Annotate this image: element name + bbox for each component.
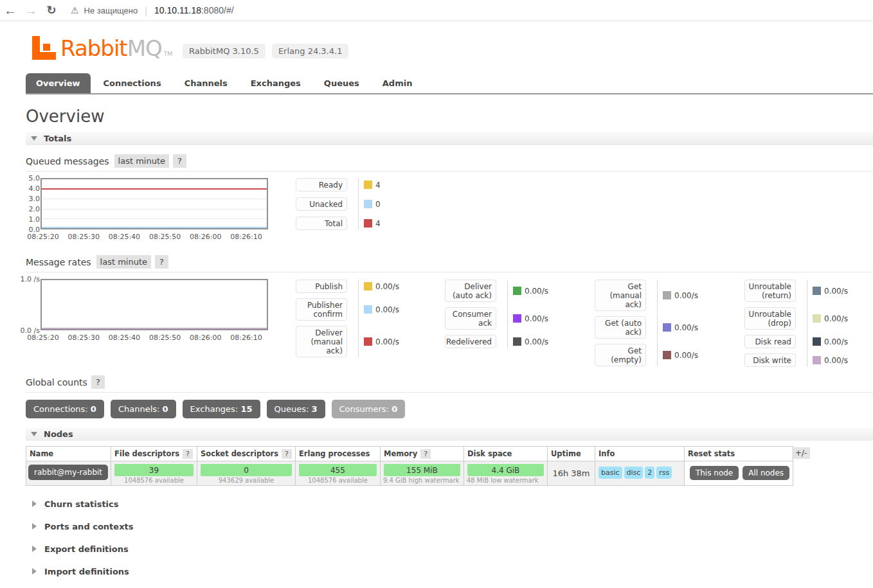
y-tick-label: 1.0 [29, 215, 40, 224]
exchanges-count-badge[interactable]: Exchanges: 15 [183, 400, 260, 418]
expand-arrow-icon [32, 501, 37, 507]
legend-label-consumer-ack[interactable]: Consumer ack [445, 307, 496, 330]
info-badge-basic[interactable]: basic [598, 467, 622, 479]
memory-bar: 155 MiB [384, 464, 460, 476]
node-name-badge[interactable]: rabbit@my-rabbit [28, 465, 108, 480]
x-tick-label: 08:25:30 [65, 334, 102, 342]
unroutable-drop-swatch-icon [813, 314, 821, 323]
get-manual-swatch-icon [663, 291, 671, 299]
rates-help-icon[interactable]: ? [155, 255, 168, 269]
publish-swatch-icon [364, 282, 372, 290]
legend-label-ready[interactable]: Ready [296, 178, 347, 192]
tab-admin[interactable]: Admin [372, 73, 423, 93]
reload-icon[interactable]: ↻ [41, 3, 62, 17]
queued-mode-selector[interactable]: last minute [114, 154, 169, 168]
section-churn-statistics[interactable]: Churn statistics [26, 497, 873, 510]
security-label: Не защищено [84, 6, 138, 15]
disk-read-swatch-icon [813, 337, 821, 346]
app-header: RabbitMQ TM RabbitMQ 3.10.5 Erlang 24.3.… [32, 21, 873, 60]
legend-label-deliver-auto[interactable]: Deliver (auto ack) [445, 280, 496, 302]
rates-legend-col4: Unroutable (return) Unroutable (drop) Di… [744, 280, 848, 367]
tab-channels[interactable]: Channels [174, 73, 238, 93]
col-reset-stats: Reset stats [684, 447, 793, 461]
info-badge-disc[interactable]: disc [624, 467, 644, 479]
col-erlang-processes: Erlang processes [295, 447, 380, 461]
reset-all-nodes-button[interactable]: All nodes [742, 466, 789, 480]
trademark-label: TM [164, 51, 172, 57]
connections-count-badge[interactable]: Connections: 0 [26, 400, 104, 418]
tab-exchanges[interactable]: Exchanges [240, 73, 311, 93]
section-totals[interactable]: Totals [26, 132, 873, 145]
x-tick-label: 08:25:50 [147, 233, 184, 241]
rates-mode-selector[interactable]: last minute [96, 255, 151, 269]
info-badge-rss[interactable]: rss [656, 467, 672, 479]
legend-label-disk-read[interactable]: Disk read [744, 335, 796, 348]
divider [26, 392, 873, 393]
disk-bar: 4.4 GiB [467, 464, 544, 476]
queues-count-badge[interactable]: Queues: 3 [267, 400, 325, 418]
expand-arrow-icon [32, 546, 37, 552]
tab-connections[interactable]: Connections [93, 73, 172, 93]
legend-label-redelivered[interactable]: Redelivered [445, 335, 496, 348]
rabbitmq-wordmark[interactable]: RabbitMQ [60, 37, 162, 60]
divider [26, 272, 873, 272]
legend-label-get-auto[interactable]: Get (auto ack) [595, 316, 646, 339]
back-icon[interactable]: ← [0, 3, 21, 18]
x-tick-label: 08:25:20 [24, 334, 62, 342]
x-tick-label: 08:26:00 [187, 334, 224, 342]
queued-help-icon[interactable]: ? [173, 154, 186, 168]
x-tick-label: 08:26:00 [187, 233, 224, 241]
rates-legend-col1: Publish Publisher confirm Deliver (manua… [296, 280, 399, 357]
publisher-confirm-swatch-icon [364, 305, 372, 314]
unroutable-return-swatch-icon [813, 287, 821, 295]
erlang-bar: 455 [299, 464, 377, 476]
legend-label-deliver-manual[interactable]: Deliver (manual ack) [296, 326, 347, 357]
legend-label-get-manual[interactable]: Get (manual ack) [595, 280, 646, 311]
rates-legend-col2: Deliver (auto ack) Consumer ack Redelive… [445, 280, 548, 348]
info-cell: basicdisc2rss [595, 461, 684, 486]
column-toggle-button[interactable]: +/- [792, 447, 810, 459]
rabbitmq-page: RabbitMQ TM RabbitMQ 3.10.5 Erlang 24.3.… [0, 21, 873, 578]
queued-messages-chartblock: 5.04.03.02.01.00.0 08:25:2008:25:3008:25… [26, 178, 873, 245]
reset-this-node-button[interactable]: This node [690, 466, 739, 480]
legend-label-total[interactable]: Total [296, 217, 347, 230]
legend-label-disk-write[interactable]: Disk write [744, 353, 796, 367]
url-host: 10.10.11.18 [154, 5, 201, 15]
tab-queues[interactable]: Queues [314, 73, 370, 93]
section-nodes[interactable]: Nodes [26, 427, 873, 441]
consumers-count-badge[interactable]: Consumers: 0 [332, 400, 406, 418]
y-tick-label: 2.0 [29, 205, 40, 213]
legend-label-publisher-confirm[interactable]: Publisher confirm [296, 298, 347, 321]
legend-value-ready: 4 [364, 178, 381, 192]
chart-series-line [42, 328, 267, 329]
warning-icon: ⚠ [71, 5, 79, 15]
site-security[interactable]: ⚠ Не защищено [71, 5, 138, 15]
collapse-arrow-icon [31, 136, 37, 141]
section-ports-contexts[interactable]: Ports and contexts [26, 520, 873, 533]
section-export-definitions[interactable]: Export definitions [26, 542, 873, 555]
memory-help-icon[interactable]: ? [420, 449, 431, 459]
legend-label-publish[interactable]: Publish [296, 280, 347, 293]
rates-legend-col3: Get (manual ack) Get (auto ack) Get (emp… [595, 280, 698, 366]
erlang-version-badge: Erlang 24.3.4.1 [272, 44, 349, 58]
channels-count-badge[interactable]: Channels: 0 [111, 400, 176, 418]
col-uptime: Uptime [547, 447, 595, 461]
tab-overview[interactable]: Overview [26, 73, 91, 93]
info-badge-2[interactable]: 2 [645, 467, 654, 479]
fd-help-icon[interactable]: ? [183, 449, 193, 459]
legend-label-unacked[interactable]: Unacked [296, 197, 347, 211]
uptime-cell: 16h 38m [547, 461, 595, 486]
legend-label-get-empty[interactable]: Get (empty) [595, 344, 646, 366]
legend-divider [807, 280, 807, 367]
sd-cell: 0 943629 available [197, 461, 296, 486]
sd-help-icon[interactable]: ? [282, 449, 292, 459]
section-import-definitions[interactable]: Import definitions [26, 565, 873, 578]
legend-label-unroutable-drop[interactable]: Unroutable (drop) [744, 307, 796, 330]
forward-icon[interactable]: → [21, 3, 41, 18]
address-bar[interactable]: 10.10.11.18:8080/#/ [154, 5, 234, 15]
unacked-swatch-icon [364, 200, 372, 208]
legend-label-unroutable-return[interactable]: Unroutable (return) [744, 280, 796, 302]
rabbitmq-logo-icon[interactable] [32, 36, 56, 60]
queued-chart-ylabels: 5.04.03.02.01.00.0 [19, 178, 40, 229]
global-counts-help-icon[interactable]: ? [91, 375, 105, 389]
